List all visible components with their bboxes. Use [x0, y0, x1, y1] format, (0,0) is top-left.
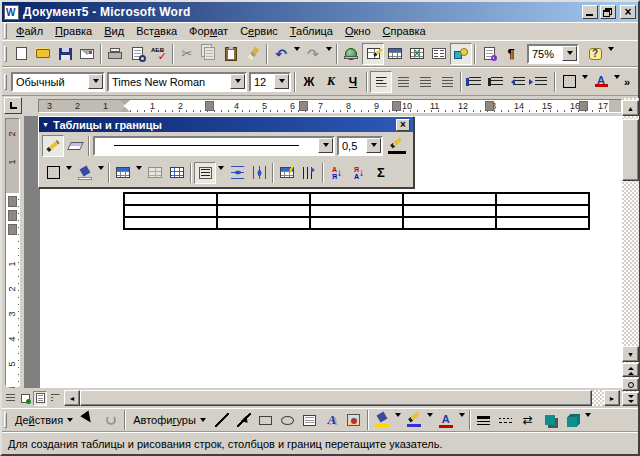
- autosum-button[interactable]: Σ: [370, 162, 392, 184]
- tables-borders-titlebar[interactable]: ▼ Таблицы и границы ×: [39, 117, 413, 132]
- line-style-button[interactable]: [473, 409, 495, 431]
- arrow-style-button[interactable]: ⇄: [517, 409, 539, 431]
- align-left-button[interactable]: [370, 71, 392, 93]
- insert-table-button[interactable]: [384, 43, 406, 65]
- columns-button[interactable]: [428, 43, 450, 65]
- style-combo[interactable]: Обычный: [11, 72, 105, 92]
- table-cell[interactable]: [496, 217, 589, 229]
- document-map-button[interactable]: [478, 43, 500, 65]
- outside-border-button[interactable]: [558, 71, 580, 93]
- sort-descending-button[interactable]: ЯА↓: [348, 162, 370, 184]
- align-center-button[interactable]: [392, 71, 414, 93]
- font-color-button[interactable]: А: [590, 71, 612, 93]
- drawbar-options-dropdown[interactable]: [583, 409, 593, 431]
- numbered-list-button[interactable]: [464, 71, 486, 93]
- line-color-button[interactable]: [403, 409, 425, 431]
- table-column-marker[interactable]: [485, 101, 494, 111]
- font-color-dropdown2[interactable]: [457, 409, 467, 431]
- text-direction-button[interactable]: [298, 162, 320, 184]
- format-painter-button[interactable]: [242, 43, 264, 65]
- print-preview-button[interactable]: [126, 43, 148, 65]
- outline-view-button[interactable]: [48, 391, 62, 406]
- print-button[interactable]: [104, 43, 126, 65]
- dash-style-button[interactable]: [495, 409, 517, 431]
- menu-item-Вставка[interactable]: Вставка: [130, 23, 183, 39]
- redo-button[interactable]: ↷: [302, 43, 324, 65]
- vertical-ruler[interactable]: 21123456: [5, 118, 20, 386]
- save-button[interactable]: [54, 43, 76, 65]
- free-rotate-button[interactable]: [100, 409, 122, 431]
- word-document-icon[interactable]: W: [4, 5, 19, 20]
- insert-table-dropdown[interactable]: [134, 162, 144, 184]
- shading-dropdown[interactable]: [96, 162, 106, 184]
- open-button[interactable]: [32, 43, 54, 65]
- font-dropdown-button[interactable]: [230, 74, 245, 89]
- size-dropdown-button[interactable]: [274, 74, 289, 89]
- autoshapes-menu-button[interactable]: Автофигуры: [128, 412, 211, 428]
- table-cell[interactable]: [310, 205, 403, 217]
- table-column-marker[interactable]: [392, 101, 401, 111]
- minimize-button[interactable]: [582, 5, 598, 19]
- font-color-button2[interactable]: А: [435, 409, 457, 431]
- undo-dropdown[interactable]: [292, 43, 302, 65]
- help-button[interactable]: ?: [584, 43, 606, 65]
- rectangle-button[interactable]: [255, 409, 277, 431]
- font-combo[interactable]: Times New Roman: [107, 72, 247, 92]
- line-weight-combo[interactable]: 0,5: [337, 136, 383, 156]
- shadow-button[interactable]: [539, 409, 561, 431]
- menu-item-Сервис[interactable]: Сервис: [234, 23, 284, 39]
- drawing-toolbar-grip[interactable]: [4, 412, 7, 428]
- vertical-scrollbar[interactable]: ▲ ▼: [622, 98, 639, 406]
- drawing-button[interactable]: [450, 43, 472, 65]
- font-color-dropdown[interactable]: [612, 71, 622, 93]
- distribute-columns-button[interactable]: [248, 162, 270, 184]
- border-style-dropdown[interactable]: [64, 162, 74, 184]
- table-column-marker[interactable]: [299, 101, 308, 111]
- font-size-combo[interactable]: 12: [249, 72, 291, 92]
- menu-item-Вид[interactable]: Вид: [98, 23, 130, 39]
- tables-borders-close-button[interactable]: ×: [396, 119, 410, 131]
- menu-item-Справка[interactable]: Справка: [377, 23, 432, 39]
- select-browse-object-button[interactable]: [622, 378, 639, 391]
- tab-selector-button[interactable]: [4, 97, 22, 114]
- bullet-list-button[interactable]: [486, 71, 508, 93]
- eraser-button[interactable]: [64, 135, 86, 157]
- toolbar-menu-icon[interactable]: ▼: [42, 121, 49, 128]
- hscroll-track[interactable]: [592, 390, 604, 406]
- insert-table-button2[interactable]: [112, 162, 134, 184]
- menu-item-Формат[interactable]: Формат: [183, 23, 234, 39]
- redo-dropdown[interactable]: [324, 43, 334, 65]
- table-cell[interactable]: [403, 193, 496, 205]
- zoom-dropdown-button[interactable]: [562, 46, 577, 61]
- split-cells-button[interactable]: [166, 162, 188, 184]
- table-cell[interactable]: [217, 217, 310, 229]
- line-style-combo[interactable]: [93, 136, 335, 156]
- justify-button[interactable]: [436, 71, 458, 93]
- menu-bar-grip[interactable]: [4, 23, 7, 39]
- wordart-button[interactable]: А: [321, 409, 343, 431]
- line-style-dropdown-button[interactable]: [318, 138, 333, 153]
- scroll-up-button[interactable]: ▲: [622, 100, 639, 116]
- text-box-button[interactable]: [299, 409, 321, 431]
- hanging-indent-marker[interactable]: [120, 102, 130, 112]
- show-hide-marks-button[interactable]: ¶: [500, 43, 522, 65]
- threed-button[interactable]: [561, 409, 583, 431]
- insert-excel-button[interactable]: X: [406, 43, 428, 65]
- align-right-button[interactable]: [414, 71, 436, 93]
- border-color-button[interactable]: [384, 135, 410, 157]
- table-row-marker[interactable]: [8, 224, 17, 235]
- table-cell[interactable]: [403, 205, 496, 217]
- table-cell[interactable]: [217, 193, 310, 205]
- previous-page-button[interactable]: [622, 363, 639, 377]
- sort-ascending-button[interactable]: АЯ↓: [326, 162, 348, 184]
- formatting-toolbar-grip[interactable]: [4, 74, 7, 90]
- toolbar-options-button[interactable]: [606, 43, 616, 65]
- draw-table-button[interactable]: [42, 135, 64, 157]
- decrease-indent-button[interactable]: [508, 71, 530, 93]
- email-button[interactable]: [76, 43, 98, 65]
- horizontal-ruler[interactable]: 3211234567891011121314151617: [38, 99, 622, 113]
- distribute-rows-button[interactable]: [226, 162, 248, 184]
- scroll-right-button[interactable]: ►: [604, 390, 620, 406]
- select-objects-button[interactable]: [78, 409, 100, 431]
- table-row-marker[interactable]: [8, 210, 17, 221]
